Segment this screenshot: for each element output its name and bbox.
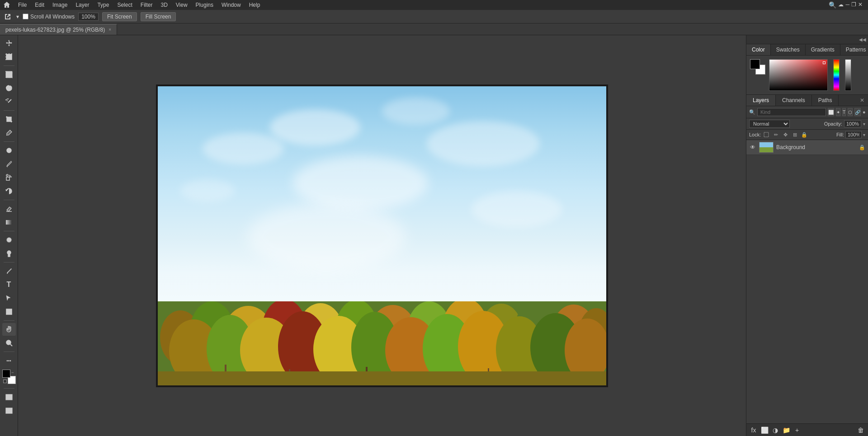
screen-mode-button[interactable] <box>2 404 16 417</box>
svg-rect-18 <box>6 220 12 225</box>
filter-toggle[interactable]: ● <box>863 109 866 115</box>
scroll-all-windows-checkbox[interactable] <box>23 14 28 19</box>
menu-window[interactable]: Window <box>218 1 245 9</box>
menu-file[interactable]: File <box>14 1 30 9</box>
search-icon[interactable]: 🔍 <box>829 1 836 9</box>
tab-color[interactable]: Color <box>746 44 771 55</box>
document-tab-close[interactable]: × <box>108 27 111 32</box>
clone-stamp-tool-button[interactable] <box>2 171 16 184</box>
add-fx-button[interactable]: fx <box>749 426 758 435</box>
zoom-input[interactable] <box>78 13 99 21</box>
new-layer-button[interactable]: + <box>793 426 802 435</box>
blend-mode-row: Normal Opacity: ▾ <box>746 118 868 130</box>
tab-layers[interactable]: Layers <box>746 95 776 106</box>
lock-all-button[interactable]: 🔒 <box>800 131 808 138</box>
menu-plugins[interactable]: Plugins <box>192 1 217 9</box>
filter-type-icon[interactable]: T <box>842 108 846 116</box>
tab-channels[interactable]: Channels <box>776 95 812 106</box>
menu-type[interactable]: Type <box>94 1 113 9</box>
filter-smart-icon[interactable]: 🔗 <box>854 108 861 116</box>
fit-screen-button[interactable]: Fit Screen <box>102 12 137 21</box>
menu-edit[interactable]: Edit <box>31 1 48 9</box>
filter-pixel-icon[interactable]: ⬜ <box>828 108 834 116</box>
tab-gradients[interactable]: Gradients <box>806 44 840 55</box>
filter-adj-icon[interactable]: ✦ <box>836 108 840 116</box>
add-mask-button[interactable]: ⬜ <box>760 426 769 435</box>
canvas-image <box>158 86 606 385</box>
layers-filter-input[interactable] <box>757 108 826 116</box>
eraser-tool-button[interactable] <box>2 202 16 215</box>
fill-input[interactable] <box>845 131 862 138</box>
lock-position-button[interactable]: ✥ <box>781 131 789 138</box>
brush-tool-button[interactable] <box>2 158 16 170</box>
lock-artboard-button[interactable]: ⊞ <box>791 131 799 138</box>
new-group-button[interactable]: 📁 <box>782 426 791 435</box>
layers-panel: Layers Channels Paths ✕ 🔍 ⬜ ✦ T ⬡ 🔗 ● No… <box>746 95 868 436</box>
lasso-tool-button[interactable] <box>2 82 16 94</box>
menu-select[interactable]: Select <box>113 1 136 9</box>
move-tool-button[interactable] <box>2 37 16 50</box>
lock-image-button[interactable]: ✏ <box>772 131 780 138</box>
add-adjustment-button[interactable]: ◑ <box>771 426 780 435</box>
tab-patterns[interactable]: Patterns <box>840 44 868 55</box>
marquee-tool-button[interactable] <box>2 68 16 81</box>
menu-help[interactable]: Help <box>245 1 264 9</box>
color-swatches[interactable]: ↔ <box>2 370 16 384</box>
panel-collapse-button[interactable]: ◀◀ <box>746 35 868 44</box>
layer-visibility-toggle[interactable]: 👁 <box>749 144 756 150</box>
path-selection-tool-button[interactable] <box>2 292 16 305</box>
blend-mode-select[interactable]: Normal <box>749 120 790 128</box>
cloud-6 <box>180 179 235 202</box>
scroll-all-windows-label[interactable]: Scroll All Windows <box>23 14 75 20</box>
shape-tool-button[interactable] <box>2 305 16 318</box>
pen-tool-button[interactable] <box>2 265 16 277</box>
swap-colors-icon[interactable]: ↔ <box>11 370 15 374</box>
color-panel: Color Swatches Gradients Patterns ≡ <box>746 44 868 95</box>
color-spectrum-bar[interactable] <box>833 59 840 91</box>
window-minimize-icon[interactable]: ─ <box>845 1 849 9</box>
fg-bg-color-area[interactable] <box>750 59 765 75</box>
menu-3d[interactable]: 3D <box>157 1 171 9</box>
window-restore-icon[interactable]: ❐ <box>851 1 856 9</box>
dodge-tool-button[interactable] <box>2 247 16 260</box>
opacity-scrub[interactable]: ▾ <box>863 122 865 127</box>
blur-tool-button[interactable] <box>2 234 16 246</box>
layer-item[interactable]: 👁 Background 🔒 <box>746 140 868 155</box>
zoom-tool-button[interactable] <box>2 337 16 349</box>
fill-screen-button[interactable]: Fill Screen <box>141 12 176 21</box>
magic-wand-tool-button[interactable] <box>2 95 16 108</box>
default-colors-icon[interactable] <box>3 380 7 383</box>
layers-panel-close[interactable]: ✕ <box>856 95 868 106</box>
text-tool-button[interactable]: T <box>2 278 16 291</box>
foreground-color-chip[interactable] <box>750 59 760 69</box>
artboard-tool-button[interactable] <box>2 51 16 63</box>
layer-thumbnail-image <box>760 142 773 152</box>
menu-view[interactable]: View <box>172 1 191 9</box>
history-brush-tool-button[interactable] <box>2 185 16 197</box>
foreground-color-swatch[interactable] <box>2 370 10 378</box>
filter-shape-icon[interactable]: ⬡ <box>848 108 853 116</box>
toolbar-divider-3 <box>4 141 14 142</box>
home-button[interactable] <box>2 1 12 9</box>
menu-filter[interactable]: Filter <box>137 1 156 9</box>
crop-tool-button[interactable] <box>2 113 16 126</box>
fill-scrub[interactable]: ▾ <box>863 132 865 137</box>
window-close-icon[interactable]: ✕ <box>858 1 863 9</box>
lock-transparent-button[interactable] <box>762 131 770 138</box>
opacity-input[interactable] <box>844 120 861 127</box>
spot-heal-tool-button[interactable] <box>2 144 16 157</box>
gradient-tool-button[interactable] <box>2 216 16 229</box>
color-alpha-bar[interactable] <box>845 59 851 91</box>
tab-swatches[interactable]: Swatches <box>771 44 806 55</box>
tab-paths[interactable]: Paths <box>812 95 839 106</box>
document-tab[interactable]: pexels-lukas-627823.jpg @ 25% (RGB/8) × <box>0 24 117 35</box>
menu-layer[interactable]: Layer <box>72 1 93 9</box>
more-tools-button[interactable]: ••• <box>2 354 16 367</box>
delete-layer-button[interactable]: 🗑 <box>856 426 865 435</box>
hand-tool-button[interactable] <box>2 323 16 336</box>
quick-mask-button[interactable] <box>2 391 16 403</box>
color-gradient-picker[interactable] <box>769 59 828 91</box>
menu-image[interactable]: Image <box>49 1 71 9</box>
eyedropper-tool-button[interactable] <box>2 127 16 139</box>
options-bar: ▾ Scroll All Windows Fit Screen Fill Scr… <box>0 10 868 23</box>
